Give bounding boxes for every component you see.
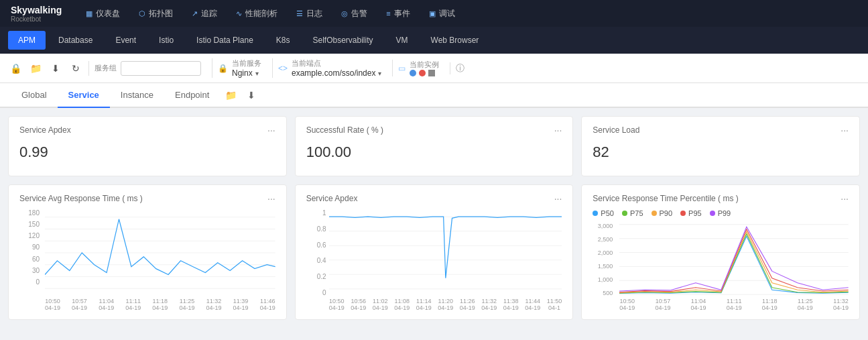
sec-tab-event[interactable]: Event [105, 31, 146, 50]
chart-menu-apdex[interactable]: ··· [554, 193, 562, 204]
toolbar: 🔒 📁 ⬇ ↻ 服务组 🔒 当前服务 Nginx ▾ <> 当前端点 examp… [0, 54, 868, 83]
legend-label-p99: P99 [718, 209, 731, 217]
chart-header-percentile: Service Response Time Percentile ( ms ) … [593, 193, 849, 204]
x-label: 11:25 04-19 [798, 298, 813, 311]
metric-value-service-apdex: 0.99 [19, 144, 275, 161]
lock-icon[interactable]: 🔒 [8, 61, 23, 76]
tab-endpoint[interactable]: Endpoint [164, 83, 220, 108]
metric-card-service-apdex: Service Apdex ··· 0.99 [8, 116, 287, 176]
metric-menu-service-apdex[interactable]: ··· [267, 125, 275, 135]
dashboard-icon: ▦ [86, 9, 92, 18]
chart-title-percentile: Service Response Time Percentile ( ms ) [593, 194, 738, 203]
x-label: 11:25 04-19 [179, 298, 194, 311]
current-service-label: 当前服务 [232, 58, 261, 68]
nav-item-perf[interactable]: ∿性能剖析 [228, 5, 286, 22]
main-content: Service Apdex ··· 0.99 Successful Rate (… [0, 108, 868, 328]
chart-menu-avg-response[interactable]: ··· [267, 193, 275, 204]
chart-inner: 10:50 04-19 10:57 04-19 11:04 04-19 11 [619, 223, 849, 311]
refresh-icon[interactable]: ↻ [68, 61, 83, 76]
x-label: 10:50 04-19 [45, 298, 60, 311]
y-label: 180 [19, 209, 40, 217]
folder-icon[interactable]: 📁 [28, 61, 43, 76]
x-axis: 10:50 04-19 10:56 04-19 11:02 04-19 11 [329, 296, 562, 311]
y-label: 0.4 [306, 257, 326, 264]
chart-legend-percentile: P50 P75 P90 P95 P99 [593, 209, 849, 217]
nav-item-topology[interactable]: ⬡拓扑图 [131, 5, 181, 22]
chart-card-avg-response-time: Service Avg Response Time ( ms ) ··· 180… [8, 184, 287, 320]
sec-tab-istio[interactable]: Istio [149, 31, 184, 50]
chart-svg [45, 209, 275, 296]
metric-menu-service-load[interactable]: ··· [841, 125, 849, 135]
x-label: 11:20 04-19 [438, 298, 453, 311]
instance-dot-red [419, 70, 426, 76]
info-icon[interactable]: ⓘ [456, 62, 464, 74]
chart-menu-percentile[interactable]: ··· [841, 193, 849, 204]
chart-svg [329, 209, 562, 296]
service-group-input[interactable] [121, 61, 201, 76]
sec-tab-k8s[interactable]: K8s [266, 31, 300, 50]
sec-tab-self[interactable]: SelfObservability [303, 31, 383, 50]
sec-tab-istio-dp[interactable]: Istio Data Plane [186, 31, 263, 50]
nav-item-debug[interactable]: ▣调试 [421, 5, 463, 22]
sec-tab-database[interactable]: Database [48, 31, 103, 50]
alert-label: 告警 [351, 8, 367, 19]
legend-dot-p75 [622, 211, 627, 216]
tab-folder-icon[interactable]: 📁 [220, 86, 242, 105]
metric-title-successful-rate: Successful Rate ( % ) [306, 125, 383, 135]
metric-menu-successful-rate[interactable]: ··· [554, 125, 562, 135]
y-label: 120 [19, 232, 40, 239]
x-axis: 10:50 04-19 10:57 04-19 11:04 04-19 11 [619, 296, 849, 311]
nav-item-trace[interactable]: ↗追踪 [184, 5, 225, 22]
x-label: 11:04 04-19 [99, 298, 114, 311]
tab-bar: GlobalServiceInstanceEndpoint📁⬇ [0, 83, 868, 108]
nav-item-dashboard[interactable]: ▦仪表盘 [78, 5, 128, 22]
current-service-value[interactable]: Nginx ▾ [232, 68, 261, 78]
x-axis: 10:50 04-19 10:57 04-19 11:04 04-19 11 [45, 296, 275, 311]
logo-subtitle: Rocketbot [11, 15, 62, 23]
tab-instance[interactable]: Instance [110, 83, 164, 108]
x-label: 11:32 04-19 [833, 298, 849, 311]
legend-dot-p90 [652, 211, 657, 216]
metric-card-successful-rate: Successful Rate ( % ) ··· 100.00 [295, 116, 574, 176]
legend-label-p75: P75 [630, 209, 643, 217]
logo-title: Skywalking [11, 5, 62, 15]
metric-value-service-load: 82 [593, 144, 849, 161]
chart-card-service-apdex: Service Apdex ··· 1 0.8 0.6 0.4 0.2 0 [295, 184, 574, 320]
x-label: 11:14 04-19 [416, 298, 432, 311]
sec-tab-vm[interactable]: VM [386, 31, 418, 50]
x-label: 10:50 04-19 [329, 298, 345, 311]
current-instance-label: 当前实例 [410, 60, 439, 70]
debug-icon: ▣ [429, 9, 436, 18]
endpoint-code-icon: <> [278, 64, 288, 73]
sec-tab-web[interactable]: Web Browser [421, 31, 489, 50]
metric-card-service-load: Service Load ··· 82 [581, 116, 860, 176]
chart-inner: 10:50 04-19 10:57 04-19 11:04 04-19 11 [45, 209, 275, 311]
tab-download-icon[interactable]: ⬇ [242, 86, 261, 105]
download-icon[interactable]: ⬇ [48, 61, 63, 76]
legend-dot-p50 [593, 211, 598, 216]
x-label: 11:26 04-19 [460, 298, 475, 311]
nav-item-log[interactable]: ☰日志 [288, 5, 330, 22]
current-instance-value[interactable] [410, 70, 439, 76]
dashboard-label: 仪表盘 [96, 8, 120, 19]
nav-item-event[interactable]: ≡事件 [378, 5, 418, 22]
event-label: 事件 [394, 8, 410, 19]
tab-global[interactable]: Global [11, 83, 58, 108]
legend-p75: P75 [622, 209, 643, 217]
metric-header-successful-rate: Successful Rate ( % ) ··· [306, 125, 562, 135]
nav-item-alert[interactable]: ◎告警 [333, 5, 375, 22]
alert-icon: ◎ [341, 9, 348, 18]
sec-tab-apm[interactable]: APM [8, 31, 46, 50]
y-label: 0 [306, 289, 326, 296]
x-label: 11:11 04-19 [125, 298, 141, 311]
chart-header-avg-response: Service Avg Response Time ( ms ) ··· [19, 193, 275, 204]
chart-body-avg-response: 180 150 120 90 60 30 0 10:50 04-19 [19, 209, 275, 311]
x-label: 10:57 04-19 [72, 298, 87, 311]
tab-service[interactable]: Service [58, 83, 110, 108]
metric-header-service-load: Service Load ··· [593, 125, 849, 135]
instance-dot-blue [410, 70, 416, 76]
metric-title-service-load: Service Load [593, 125, 639, 135]
x-label: 11:32 04-19 [206, 298, 221, 311]
endpoint-dropdown-arrow: ▾ [378, 70, 381, 77]
current-endpoint-value[interactable]: example.com/sso/index ▾ [292, 68, 381, 78]
